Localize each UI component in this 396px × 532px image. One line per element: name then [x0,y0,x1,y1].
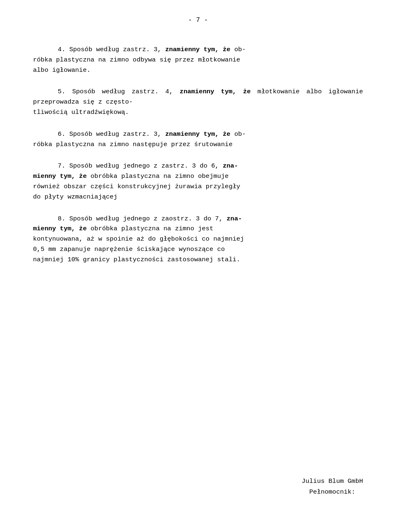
paragraph-5: 5. Sposób według zastrz. 4, znamienny ty… [33,87,363,117]
p8-number: 8. Sposób według jednego z zaostrz. 3 do… [58,215,226,222]
page-number: - 7 - [33,17,363,24]
paragraph-6: 6. Sposób według zastrz. 3, znamienny ty… [33,129,363,150]
p6-bold: znamienny tym, że [165,130,230,138]
p7-number: 7. Sposób według jednego z zastrz. 3 do … [58,162,223,170]
paragraph-8: 8. Sposób według jednego z zaostrz. 3 do… [33,214,363,265]
p4-number: 4. Sposób według zastrz. 3, [58,46,165,53]
footer: Julius Blum GmbH Pełnomocnik: [302,478,363,499]
paragraph-4: 4. Sposób według zastrz. 3, znamienny ty… [33,45,363,75]
paragraph-7: 7. Sposób według jednego z zastrz. 3 do … [33,161,363,202]
p4-bold: znamienny tym, że [165,46,230,53]
content: 4. Sposób według zastrz. 3, znamienny ty… [33,45,363,265]
p6-number: 6. Sposób według zastrz. 3, [58,130,165,138]
footer-company: Julius Blum GmbH [302,478,363,485]
p5-bold: znamienny tym, że [180,88,251,95]
page: - 7 - 4. Sposób według zastrz. 3, znamie… [0,0,396,532]
p5-number: 5. Sposób według zastrz. 4, [58,88,180,95]
footer-label: Pełnomocnik: [302,488,363,496]
